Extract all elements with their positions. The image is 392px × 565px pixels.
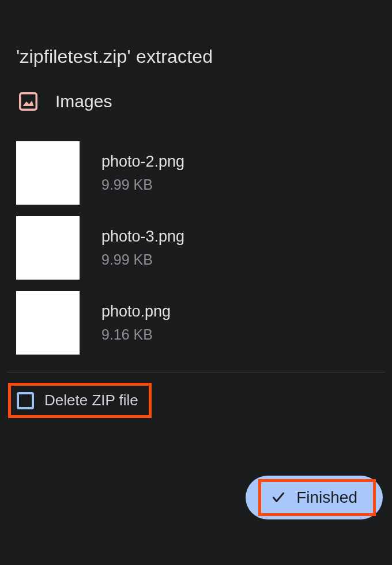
delete-zip-checkbox[interactable] [17, 392, 34, 409]
file-size: 9.99 KB [101, 251, 184, 268]
section-header: Images [0, 85, 392, 130]
file-list: photo-2.png 9.99 KB photo-3.png 9.99 KB … [0, 130, 392, 360]
section-label: Images [55, 92, 112, 111]
file-thumbnail [16, 216, 80, 280]
finished-label: Finished [296, 488, 357, 507]
list-item[interactable]: photo.png 9.16 KB [0, 285, 392, 360]
divider [7, 372, 385, 372]
file-size: 9.16 KB [101, 326, 171, 343]
finished-button[interactable]: Finished [246, 476, 383, 519]
file-size: 9.99 KB [101, 176, 184, 193]
file-name: photo.png [101, 303, 171, 321]
list-item[interactable]: photo-3.png 9.99 KB [0, 210, 392, 285]
list-item[interactable]: photo-2.png 9.99 KB [0, 135, 392, 210]
file-name: photo-3.png [101, 228, 184, 246]
delete-zip-checkbox-row[interactable]: Delete ZIP file [8, 383, 152, 418]
image-icon [17, 91, 39, 112]
page-title: 'zipfiletest.zip' extracted [0, 0, 392, 85]
file-name: photo-2.png [101, 153, 184, 171]
file-thumbnail [16, 291, 80, 355]
svg-rect-0 [20, 93, 37, 110]
checkmark-icon [271, 490, 286, 505]
delete-zip-label: Delete ZIP file [44, 391, 138, 409]
file-thumbnail [16, 141, 80, 205]
